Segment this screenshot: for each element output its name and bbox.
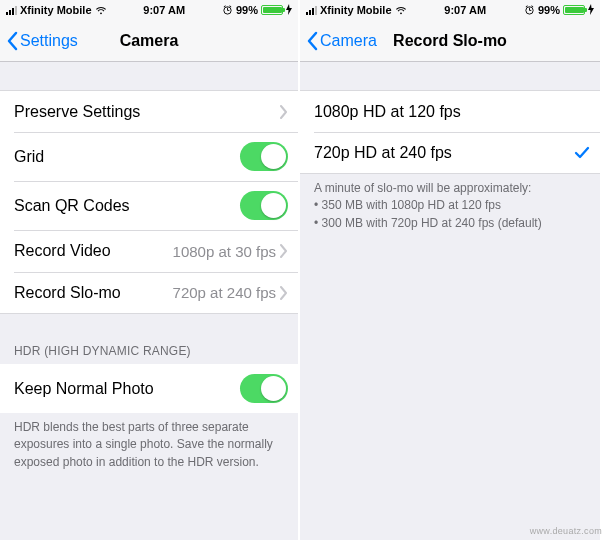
chevron-right-icon — [280, 244, 288, 258]
chevron-right-icon — [280, 286, 288, 300]
option-720p-240[interactable]: 720p HD at 240 fps — [300, 132, 600, 174]
camera-settings-screen: Xfinity Mobile 9:07 AM 99% Settings Came… — [0, 0, 300, 540]
battery-pct-label: 99% — [236, 4, 258, 16]
alarm-icon — [222, 4, 233, 17]
row-keep-normal-photo[interactable]: Keep Normal Photo — [0, 364, 298, 413]
record-slomo-screen: Xfinity Mobile 9:07 AM 99% Camera Record… — [300, 0, 600, 540]
row-detail: 1080p at 30 fps — [173, 243, 276, 260]
carrier-label: Xfinity Mobile — [20, 4, 92, 16]
chevron-left-icon — [6, 31, 18, 51]
carrier-label: Xfinity Mobile — [320, 4, 392, 16]
footer-bullet: 300 MB with 720p HD at 240 fps (default) — [314, 215, 586, 232]
alarm-icon — [524, 4, 535, 17]
charging-icon — [286, 4, 292, 17]
signal-bars-icon — [6, 5, 17, 15]
option-label: 1080p HD at 120 fps — [314, 103, 461, 121]
signal-bars-icon — [306, 5, 317, 15]
battery-icon — [563, 5, 585, 15]
row-preserve-settings[interactable]: Preserve Settings — [0, 90, 298, 132]
size-footer: A minute of slo-mo will be approximately… — [300, 174, 600, 242]
wifi-icon — [95, 5, 107, 15]
chevron-left-icon — [306, 31, 318, 51]
options-group: 1080p HD at 120 fps 720p HD at 240 fps — [300, 90, 600, 174]
nav-bar: Settings Camera — [0, 20, 298, 62]
chevron-right-icon — [280, 105, 288, 119]
footer-bullet: 350 MB with 1080p HD at 120 fps — [314, 197, 586, 214]
checkmark-icon — [574, 145, 590, 161]
nav-bar: Camera Record Slo-mo — [300, 20, 600, 62]
row-grid[interactable]: Grid — [0, 132, 298, 181]
row-label: Keep Normal Photo — [14, 380, 154, 398]
back-label: Camera — [320, 32, 377, 50]
option-1080p-120[interactable]: 1080p HD at 120 fps — [300, 90, 600, 132]
option-label: 720p HD at 240 fps — [314, 144, 452, 162]
watermark: www.deuatz.com — [530, 526, 602, 536]
footer-line: A minute of slo-mo will be approximately… — [314, 180, 586, 197]
keep-normal-switch[interactable] — [240, 374, 288, 403]
clock-label: 9:07 AM — [444, 4, 486, 16]
settings-group-hdr: HDR (High Dynamic Range) Keep Normal Pho… — [0, 338, 298, 481]
settings-group-main: Preserve Settings Grid Scan QR Codes Rec… — [0, 90, 298, 314]
battery-pct-label: 99% — [538, 4, 560, 16]
status-bar: Xfinity Mobile 9:07 AM 99% — [0, 0, 298, 20]
status-bar: Xfinity Mobile 9:07 AM 99% — [300, 0, 600, 20]
row-label: Preserve Settings — [14, 103, 140, 121]
back-button[interactable]: Settings — [6, 31, 78, 51]
row-detail: 720p at 240 fps — [173, 284, 276, 301]
charging-icon — [588, 4, 594, 17]
row-label: Record Video — [14, 242, 111, 260]
back-label: Settings — [20, 32, 78, 50]
row-label: Grid — [14, 148, 44, 166]
row-record-video[interactable]: Record Video 1080p at 30 fps — [0, 230, 298, 272]
battery-icon — [261, 5, 283, 15]
wifi-icon — [395, 5, 407, 15]
row-label: Record Slo-mo — [14, 284, 121, 302]
row-label: Scan QR Codes — [14, 197, 130, 215]
group-footer: HDR blends the best parts of three separ… — [0, 413, 298, 481]
group-header: HDR (High Dynamic Range) — [0, 338, 298, 364]
qr-switch[interactable] — [240, 191, 288, 220]
grid-switch[interactable] — [240, 142, 288, 171]
row-scan-qr[interactable]: Scan QR Codes — [0, 181, 298, 230]
clock-label: 9:07 AM — [143, 4, 185, 16]
row-record-slomo[interactable]: Record Slo-mo 720p at 240 fps — [0, 272, 298, 314]
back-button[interactable]: Camera — [306, 31, 377, 51]
